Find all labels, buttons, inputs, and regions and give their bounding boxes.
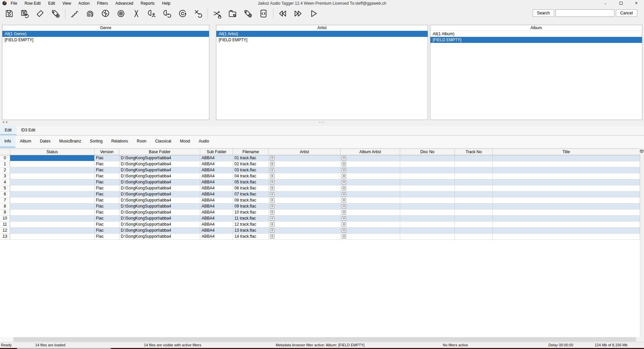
search-input[interactable] bbox=[555, 9, 614, 17]
cell-track-no[interactable] bbox=[455, 185, 493, 191]
fingerprint-button[interactable] bbox=[84, 8, 96, 20]
cell-album-artist[interactable]: 0 bbox=[340, 161, 400, 167]
cell-sub-folder[interactable]: ABBA4 bbox=[200, 197, 233, 203]
cell-artist[interactable]: 0 bbox=[269, 197, 340, 203]
cell-artist[interactable]: 0 bbox=[269, 161, 340, 167]
cell-artist[interactable]: 0 bbox=[269, 228, 340, 233]
tag-flash-button[interactable] bbox=[241, 8, 254, 20]
cell-filename[interactable]: 09 track.flac bbox=[233, 203, 269, 209]
row-number-cell[interactable]: 13 bbox=[0, 234, 10, 239]
cell-filename[interactable]: 14 track.flac bbox=[233, 234, 269, 239]
cell-base-folder[interactable]: D:\SongKongSupport\abba4 bbox=[119, 222, 200, 227]
cell-track-no[interactable] bbox=[455, 167, 493, 173]
cell-track-no[interactable] bbox=[455, 216, 493, 221]
cell-base-folder[interactable]: D:\SongKongSupport\abba4 bbox=[119, 234, 200, 239]
cell-track-no[interactable] bbox=[455, 179, 493, 185]
cell-title[interactable] bbox=[493, 179, 640, 185]
artist-count-box[interactable]: 0 bbox=[270, 186, 274, 190]
horizontal-scrollbar-thumb[interactable] bbox=[13, 337, 636, 342]
cell-filename[interactable]: 01 track.flac bbox=[233, 155, 269, 161]
play-button[interactable] bbox=[307, 8, 320, 20]
album-artist-count-box[interactable]: 0 bbox=[342, 210, 346, 215]
cell-track-no[interactable] bbox=[455, 191, 493, 197]
cell-filename[interactable]: 04 track.flac bbox=[233, 173, 269, 179]
cell-base-folder[interactable]: D:\SongKongSupport\abba4 bbox=[119, 161, 200, 167]
cell-disc-no[interactable] bbox=[400, 167, 455, 173]
cell-album-artist[interactable]: 0 bbox=[340, 203, 400, 209]
maximize-button[interactable] bbox=[613, 0, 629, 6]
brain-person-button[interactable] bbox=[145, 8, 158, 20]
cell-version[interactable]: Flac bbox=[95, 179, 119, 185]
cell-artist[interactable]: 0 bbox=[269, 155, 340, 161]
cell-filename[interactable]: 06 track.flac bbox=[233, 185, 269, 191]
artist-count-box[interactable]: 0 bbox=[270, 198, 274, 202]
cell-filename[interactable]: 10 track.flac bbox=[233, 210, 269, 215]
cell-album-artist[interactable]: 0 bbox=[340, 179, 400, 185]
cell-title[interactable] bbox=[493, 216, 640, 221]
cell-title[interactable] bbox=[493, 228, 640, 233]
cell-artist[interactable]: 0 bbox=[269, 185, 340, 191]
cell-sub-folder[interactable]: ABBA4 bbox=[200, 161, 233, 167]
close-button[interactable]: ✕ bbox=[629, 0, 644, 6]
eraser-button[interactable] bbox=[34, 8, 46, 20]
cell-track-no[interactable] bbox=[455, 161, 493, 167]
brain-button[interactable] bbox=[99, 8, 112, 20]
row-number-cell[interactable]: 10 bbox=[0, 216, 10, 221]
column-header-version[interactable]: Version bbox=[95, 149, 119, 155]
row-number-cell[interactable]: 7 bbox=[0, 197, 10, 203]
cell-disc-no[interactable] bbox=[400, 173, 455, 179]
cell-album-artist[interactable]: 0 bbox=[340, 234, 400, 239]
cell-status[interactable] bbox=[10, 210, 95, 215]
cell-track-no[interactable] bbox=[455, 197, 493, 203]
album-artist-count-box[interactable]: 0 bbox=[342, 174, 346, 178]
save-button[interactable] bbox=[3, 8, 15, 20]
cell-disc-no[interactable] bbox=[400, 197, 455, 203]
album-artist-count-box[interactable]: 0 bbox=[342, 216, 346, 221]
cell-disc-no[interactable] bbox=[400, 216, 455, 221]
row-number-cell[interactable]: 8 bbox=[0, 203, 10, 209]
artist-count-box[interactable]: 0 bbox=[270, 216, 274, 221]
album-artist-count-box[interactable]: 0 bbox=[342, 204, 346, 209]
cell-disc-no[interactable] bbox=[400, 203, 455, 209]
cell-base-folder[interactable]: D:\SongKongSupport\abba4 bbox=[119, 179, 200, 185]
cell-filename[interactable]: 08 track.flac bbox=[233, 197, 269, 203]
cell-status[interactable] bbox=[10, 203, 95, 209]
cell-version[interactable]: Flac bbox=[95, 185, 119, 191]
album-artist-count-box[interactable]: 0 bbox=[342, 192, 346, 196]
cell-track-no[interactable] bbox=[455, 228, 493, 233]
cell-filename[interactable]: 12 track.flac bbox=[233, 222, 269, 227]
column-header-track-no[interactable]: Track No bbox=[455, 149, 493, 155]
album-artist-count-box[interactable]: 0 bbox=[342, 156, 346, 160]
cell-disc-no[interactable] bbox=[400, 210, 455, 215]
column-header-base-folder[interactable]: Base Folder bbox=[119, 149, 200, 155]
album-artist-count-box[interactable]: 0 bbox=[342, 168, 346, 172]
menu-help[interactable]: Help bbox=[158, 0, 174, 6]
cell-version[interactable]: Flac bbox=[95, 197, 119, 203]
cell-album-artist[interactable]: 0 bbox=[340, 228, 400, 233]
cell-filename[interactable]: 05 track.flac bbox=[233, 179, 269, 185]
cell-base-folder[interactable]: D:\SongKongSupport\abba4 bbox=[119, 216, 200, 221]
artist-count-box[interactable]: 0 bbox=[270, 180, 274, 184]
row-number-cell[interactable]: 1 bbox=[0, 161, 10, 167]
minimize-button[interactable]: – bbox=[598, 0, 613, 6]
cell-sub-folder[interactable]: ABBA4 bbox=[200, 216, 233, 221]
row-number-cell[interactable]: 12 bbox=[0, 228, 10, 233]
cell-title[interactable] bbox=[493, 191, 640, 197]
cell-sub-folder[interactable]: ABBA4 bbox=[200, 210, 233, 215]
album-artist-count-box[interactable]: 0 bbox=[342, 198, 346, 202]
cell-track-no[interactable] bbox=[455, 210, 493, 215]
cell-album-artist[interactable]: 0 bbox=[340, 173, 400, 179]
search-button[interactable]: Search bbox=[533, 9, 554, 17]
code-brackets-button[interactable] bbox=[257, 8, 270, 20]
artist-count-box[interactable]: 0 bbox=[270, 234, 274, 239]
cell-disc-no[interactable] bbox=[400, 155, 455, 161]
menu-action[interactable]: Action bbox=[75, 0, 93, 6]
manual-match-button[interactable] bbox=[130, 8, 143, 20]
shuffle-delete-button[interactable] bbox=[211, 8, 223, 20]
cell-sub-folder[interactable]: ABBA4 bbox=[200, 234, 233, 239]
subtab-musicbrainz[interactable]: MusicBrainz bbox=[55, 136, 85, 148]
target-button[interactable] bbox=[114, 8, 127, 20]
rewind-button[interactable] bbox=[276, 8, 289, 20]
cell-version[interactable]: Flac bbox=[95, 203, 119, 209]
cell-version[interactable]: Flac bbox=[95, 161, 119, 167]
